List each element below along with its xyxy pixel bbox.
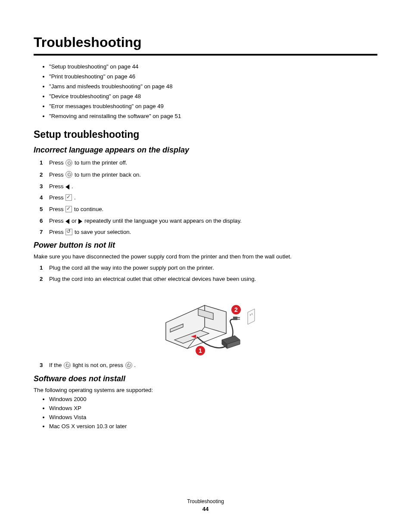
body-text: Make sure you have disconnected the powe… bbox=[34, 253, 377, 260]
step-text: Press bbox=[49, 206, 65, 212]
left-arrow-icon bbox=[65, 219, 69, 224]
left-arrow-icon bbox=[65, 184, 69, 190]
power-icon bbox=[125, 362, 132, 369]
step-text: repeatedly until the language you want a… bbox=[84, 218, 242, 224]
os-item: Mac OS X version 10.3 or later bbox=[49, 423, 377, 429]
right-arrow-icon bbox=[78, 219, 82, 224]
footer-section: Troubleshooting bbox=[0, 498, 411, 504]
step-text: Plug the cord into an electrical outlet … bbox=[49, 276, 256, 282]
step-text: Press bbox=[49, 218, 65, 224]
check-icon bbox=[65, 206, 72, 212]
toc-list: "Setup troubleshooting" on page 44 "Prin… bbox=[49, 63, 377, 119]
figure-callout-1: 1 bbox=[199, 347, 202, 354]
page-footer: Troubleshooting 44 bbox=[0, 498, 411, 512]
step: Press to save your selection. bbox=[40, 229, 377, 236]
step: Plug the cord into an electrical outlet … bbox=[40, 276, 377, 357]
step-text: . bbox=[134, 362, 136, 368]
toc-item: "Error messages troubleshooting" on page… bbox=[49, 103, 377, 109]
toc-item: "Device troubleshooting" on page 48 bbox=[49, 93, 377, 100]
os-item: Windows Vista bbox=[49, 414, 377, 420]
footer-page-number: 44 bbox=[0, 506, 411, 512]
toc-item: "Jams and misfeeds troubleshooting" on p… bbox=[49, 83, 377, 90]
printer-figure: 1 2 bbox=[157, 288, 269, 357]
step: Press to continue. bbox=[40, 206, 377, 213]
figure-callout-2: 2 bbox=[234, 306, 238, 313]
step-text: or bbox=[72, 218, 78, 224]
subsection-title: Incorrect language appears on the displa… bbox=[34, 146, 377, 155]
step: Plug the cord all the way into the power… bbox=[40, 264, 377, 271]
step: Press to turn the printer off. bbox=[40, 159, 377, 167]
power-icon bbox=[65, 159, 72, 166]
step-text: to turn the printer back on. bbox=[75, 171, 141, 178]
step: Press . bbox=[40, 183, 377, 190]
svg-rect-10 bbox=[233, 317, 237, 320]
step-text: Press bbox=[49, 183, 65, 190]
toc-item: "Removing and reinstalling the software"… bbox=[49, 113, 377, 119]
step: Press or repeatedly until the language y… bbox=[40, 218, 377, 224]
step-text: . bbox=[72, 183, 73, 190]
body-text: The following operating systems are supp… bbox=[34, 387, 377, 393]
section-title: Setup troubleshooting bbox=[34, 129, 377, 140]
steps-list: Press to turn the printer off. Press to … bbox=[40, 159, 377, 236]
power-icon bbox=[64, 362, 71, 369]
step-text: Press bbox=[49, 171, 65, 178]
step-text: . bbox=[74, 194, 76, 201]
step-text: Press bbox=[49, 159, 65, 166]
svg-rect-15 bbox=[252, 313, 252, 315]
svg-marker-13 bbox=[248, 309, 255, 324]
step-text: to save your selection. bbox=[75, 229, 131, 235]
step: Press to turn the printer back on. bbox=[40, 171, 377, 179]
os-item: Windows XP bbox=[49, 405, 377, 411]
os-list: Windows 2000 Windows XP Windows Vista Ma… bbox=[49, 396, 377, 429]
toc-item: "Setup troubleshooting" on page 44 bbox=[49, 63, 377, 70]
subsection-title: Power button is not lit bbox=[34, 241, 377, 250]
steps-list: Plug the cord all the way into the power… bbox=[40, 264, 377, 369]
page: Troubleshooting "Setup troubleshooting" … bbox=[0, 0, 411, 532]
check-icon bbox=[65, 194, 72, 201]
step-text: If the bbox=[49, 362, 63, 368]
step: If the light is not on, press . bbox=[40, 362, 377, 369]
toc-item: "Print troubleshooting" on page 46 bbox=[49, 73, 377, 80]
step-text: Press bbox=[49, 194, 65, 201]
chapter-title: Troubleshooting bbox=[34, 34, 377, 56]
os-item: Windows 2000 bbox=[49, 396, 377, 402]
step-text: light is not on, press bbox=[73, 362, 125, 368]
svg-rect-14 bbox=[250, 314, 251, 316]
step-text: to turn the printer off. bbox=[75, 159, 127, 166]
subsection-title: Software does not install bbox=[34, 374, 377, 383]
power-icon bbox=[65, 171, 72, 178]
step: Press . bbox=[40, 194, 377, 201]
step-text: to continue. bbox=[74, 206, 103, 212]
back-icon bbox=[65, 229, 72, 235]
step-text: Plug the cord all the way into the power… bbox=[49, 264, 214, 271]
step-text: Press bbox=[49, 229, 65, 235]
